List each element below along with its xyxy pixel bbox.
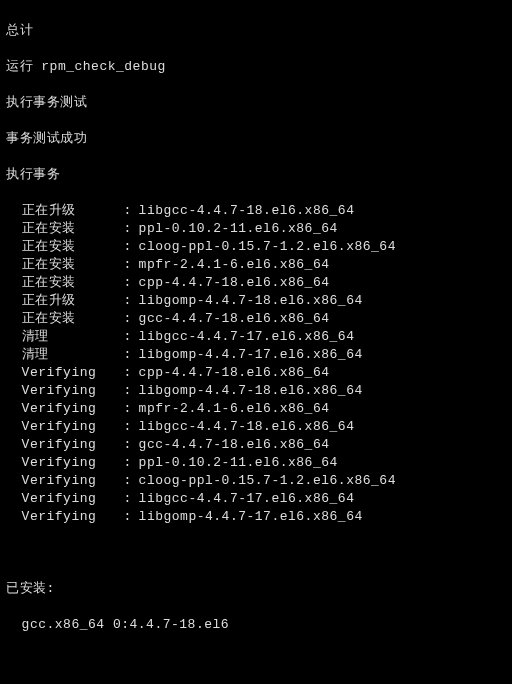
transaction-package: gcc-4.4.7-18.el6.x86_64: [139, 436, 330, 454]
installed-header: 已安装:: [6, 580, 506, 598]
transaction-package: cpp-4.4.7-18.el6.x86_64: [139, 274, 330, 292]
transaction-row: Verifying : cloog-ppl-0.15.7-1.2.el6.x86…: [6, 472, 506, 490]
indent: [6, 382, 22, 400]
transaction-action: 正在安装: [22, 310, 116, 328]
transaction-sep: :: [115, 418, 138, 436]
indent: [6, 472, 22, 490]
blank-line: [6, 652, 506, 670]
transaction-action: 正在安装: [22, 256, 116, 274]
indent: [6, 274, 22, 292]
transaction-package: libgomp-4.4.7-18.el6.x86_64: [139, 382, 363, 400]
transaction-action: Verifying: [22, 472, 116, 490]
line-test-ok: 事务测试成功: [6, 130, 506, 148]
terminal-output: 总计 运行 rpm_check_debug 执行事务测试 事务测试成功 执行事务…: [0, 0, 512, 684]
transaction-sep: :: [115, 346, 138, 364]
transaction-row: 正在安装 : ppl-0.10.2-11.el6.x86_64: [6, 220, 506, 238]
transaction-row: Verifying : cpp-4.4.7-18.el6.x86_64: [6, 364, 506, 382]
transaction-action: Verifying: [22, 508, 116, 526]
transaction-package: libgomp-4.4.7-17.el6.x86_64: [139, 346, 363, 364]
indent: [6, 418, 22, 436]
transaction-package: mpfr-2.4.1-6.el6.x86_64: [139, 256, 330, 274]
transaction-row: 清理 : libgcc-4.4.7-17.el6.x86_64: [6, 328, 506, 346]
transaction-action: Verifying: [22, 418, 116, 436]
transaction-package: libgcc-4.4.7-18.el6.x86_64: [139, 418, 355, 436]
transaction-row: Verifying : mpfr-2.4.1-6.el6.x86_64: [6, 400, 506, 418]
transaction-sep: :: [115, 364, 138, 382]
transaction-sep: :: [115, 436, 138, 454]
transaction-sep: :: [115, 328, 138, 346]
indent: [6, 364, 22, 382]
transaction-row: 正在安装 : cloog-ppl-0.15.7-1.2.el6.x86_64: [6, 238, 506, 256]
blank-line: [6, 544, 506, 562]
transaction-sep: :: [115, 220, 138, 238]
transaction-package: libgcc-4.4.7-18.el6.x86_64: [139, 202, 355, 220]
indent: [6, 220, 22, 238]
transaction-sep: :: [115, 292, 138, 310]
indent: [6, 508, 22, 526]
transaction-row: Verifying : gcc-4.4.7-18.el6.x86_64: [6, 436, 506, 454]
transaction-package: mpfr-2.4.1-6.el6.x86_64: [139, 400, 330, 418]
indent: [6, 238, 22, 256]
transaction-package: gcc-4.4.7-18.el6.x86_64: [139, 310, 330, 328]
transaction-sep: :: [115, 382, 138, 400]
indent: [6, 256, 22, 274]
transaction-row: 正在升级 : libgomp-4.4.7-18.el6.x86_64: [6, 292, 506, 310]
transaction-sep: :: [115, 472, 138, 490]
transaction-action: Verifying: [22, 436, 116, 454]
indent: [6, 454, 22, 472]
transaction-action: 正在升级: [22, 202, 116, 220]
transaction-package: cpp-4.4.7-18.el6.x86_64: [139, 364, 330, 382]
transaction-sep: :: [115, 238, 138, 256]
indent: [6, 436, 22, 454]
indent: [6, 346, 22, 364]
transaction-package: cloog-ppl-0.15.7-1.2.el6.x86_64: [139, 238, 396, 256]
indent: [6, 202, 22, 220]
transaction-action: Verifying: [22, 382, 116, 400]
transaction-row: 正在安装 : gcc-4.4.7-18.el6.x86_64: [6, 310, 506, 328]
transaction-package: cloog-ppl-0.15.7-1.2.el6.x86_64: [139, 472, 396, 490]
transaction-action: 正在安装: [22, 274, 116, 292]
transaction-package: libgomp-4.4.7-17.el6.x86_64: [139, 508, 363, 526]
transaction-sep: :: [115, 400, 138, 418]
transaction-row: 正在安装 : cpp-4.4.7-18.el6.x86_64: [6, 274, 506, 292]
indent: [6, 328, 22, 346]
indent: [6, 292, 22, 310]
transaction-row: 正在升级 : libgcc-4.4.7-18.el6.x86_64: [6, 202, 506, 220]
transaction-package: libgomp-4.4.7-18.el6.x86_64: [139, 292, 363, 310]
indent: [6, 490, 22, 508]
transaction-sep: :: [115, 508, 138, 526]
transaction-action: Verifying: [22, 364, 116, 382]
installed-item: gcc.x86_64 0:4.4.7-18.el6: [6, 616, 506, 634]
indent: [6, 310, 22, 328]
transaction-row: Verifying : ppl-0.10.2-11.el6.x86_64: [6, 454, 506, 472]
transaction-action: Verifying: [22, 490, 116, 508]
transaction-sep: :: [115, 454, 138, 472]
transaction-sep: :: [115, 256, 138, 274]
transaction-action: 正在升级: [22, 292, 116, 310]
transaction-package: libgcc-4.4.7-17.el6.x86_64: [139, 490, 355, 508]
line-total: 总计: [6, 22, 506, 40]
transaction-sep: :: [115, 310, 138, 328]
transaction-package: ppl-0.10.2-11.el6.x86_64: [139, 454, 338, 472]
transaction-row: Verifying : libgcc-4.4.7-17.el6.x86_64: [6, 490, 506, 508]
transaction-list: 正在升级 : libgcc-4.4.7-18.el6.x86_64正在安装 : …: [6, 202, 506, 526]
transaction-action: 清理: [22, 346, 116, 364]
transaction-row: Verifying : libgomp-4.4.7-18.el6.x86_64: [6, 382, 506, 400]
line-exec-trans: 执行事务: [6, 166, 506, 184]
transaction-row: 清理 : libgomp-4.4.7-17.el6.x86_64: [6, 346, 506, 364]
installed-item-text: gcc.x86_64 0:4.4.7-18.el6: [22, 617, 230, 632]
transaction-package: ppl-0.10.2-11.el6.x86_64: [139, 220, 338, 238]
transaction-row: Verifying : libgcc-4.4.7-18.el6.x86_64: [6, 418, 506, 436]
transaction-action: 正在安装: [22, 238, 116, 256]
transaction-action: Verifying: [22, 454, 116, 472]
transaction-action: 正在安装: [22, 220, 116, 238]
transaction-sep: :: [115, 274, 138, 292]
transaction-row: 正在安装 : mpfr-2.4.1-6.el6.x86_64: [6, 256, 506, 274]
transaction-action: 清理: [22, 328, 116, 346]
transaction-package: libgcc-4.4.7-17.el6.x86_64: [139, 328, 355, 346]
indent: [6, 400, 22, 418]
transaction-sep: :: [115, 490, 138, 508]
transaction-row: Verifying : libgomp-4.4.7-17.el6.x86_64: [6, 508, 506, 526]
line-run-check: 运行 rpm_check_debug: [6, 58, 506, 76]
line-exec-test: 执行事务测试: [6, 94, 506, 112]
